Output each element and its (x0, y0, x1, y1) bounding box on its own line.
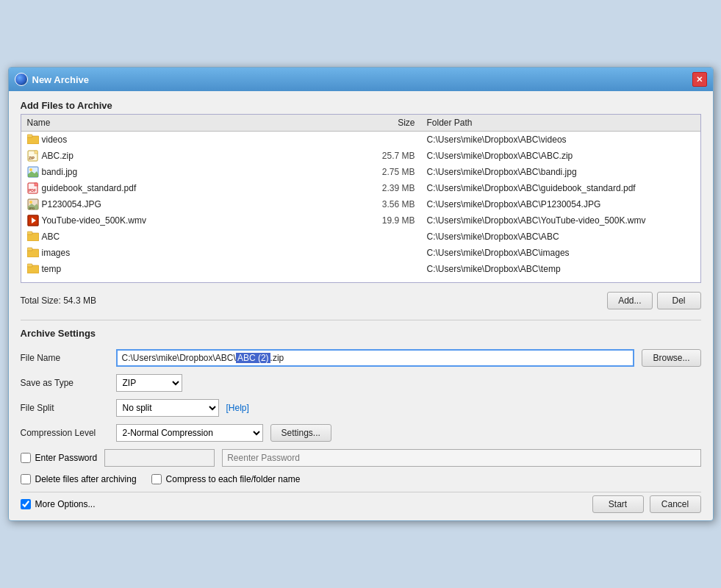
table-row[interactable]: tempC:\Users\mike\Dropbox\ABC\temp (21, 261, 700, 277)
close-button[interactable]: ✕ (692, 72, 707, 87)
table-row[interactable]: videosC:\Users\mike\Dropbox\ABC\videos (21, 132, 700, 148)
file-name-cell: bandi.jpg (21, 164, 362, 180)
file-row-name: YouTube-video_500K.wmv (42, 215, 147, 226)
reenter-password-input[interactable] (222, 449, 700, 467)
svg-text:JPG: JPG (29, 207, 35, 210)
save-as-type-row: Save as Type ZIP 7Z TAR GZ (21, 374, 701, 392)
start-cancel-group: Start Cancel (592, 495, 701, 513)
file-row-size: 2.75 MB (362, 164, 421, 180)
file-row-size (362, 229, 421, 245)
file-row-name: ABC.zip (42, 151, 73, 161)
delete-after-label[interactable]: Delete files after archiving (35, 474, 137, 484)
enter-password-label[interactable]: Enter Password (35, 453, 98, 463)
table-row[interactable]: ZIP ABC.zip25.7 MBC:\Users\mike\Dropbox\… (21, 148, 700, 164)
table-header-row: Name Size Folder Path (21, 115, 700, 132)
add-button[interactable]: Add... (607, 292, 652, 309)
file-row-size: 25.7 MB (362, 148, 421, 164)
file-row-path: C:\Users\mike\Dropbox\ABC\images (421, 245, 700, 261)
file-name-display[interactable]: C:\Users\mike\Dropbox\ABC\ABC (2).zip (116, 349, 635, 367)
archive-settings-heading: Archive Settings (21, 328, 701, 339)
save-as-type-select[interactable]: ZIP 7Z TAR GZ (116, 374, 182, 392)
save-as-type-label: Save as Type (21, 378, 109, 388)
file-row-path: C:\Users\mike\Dropbox\ABC\P1230054.JPG (421, 196, 700, 212)
table-row[interactable]: imagesC:\Users\mike\Dropbox\ABC\images (21, 245, 700, 261)
folder-icon (27, 134, 39, 146)
svg-rect-22 (27, 248, 32, 251)
image-icon (27, 166, 39, 178)
compression-select[interactable]: 0-Store 1-Fastest Compression 2-Normal C… (116, 424, 263, 442)
enter-password-checkbox[interactable] (21, 453, 31, 463)
enter-password-checkbox-row: Enter Password (21, 453, 98, 463)
file-name-cell: images (21, 245, 362, 261)
settings-button[interactable]: Settings... (270, 424, 331, 442)
folder-icon (27, 263, 39, 275)
svg-point-7 (29, 168, 32, 171)
more-options-label[interactable]: More Options... (35, 499, 96, 509)
folder-icon (27, 231, 39, 243)
file-row-size: 2.39 MB (362, 180, 421, 196)
add-files-heading: Add Files to Archive (21, 100, 701, 111)
compress-each-label[interactable]: Compress to each file/folder name (166, 474, 301, 484)
file-row-size: 19.9 MB (362, 212, 421, 229)
divider-1 (21, 320, 701, 320)
svg-rect-4 (35, 151, 37, 154)
start-button[interactable]: Start (592, 495, 644, 513)
svg-rect-11 (35, 183, 37, 186)
password-input[interactable] (104, 449, 215, 467)
cancel-button[interactable]: Cancel (650, 495, 701, 513)
file-name-cell: JPG P1230054.JPG (21, 196, 362, 212)
file-name-suffix: .zip (270, 353, 284, 363)
file-row-name: ABC (42, 232, 60, 242)
more-options-checkbox[interactable] (21, 499, 31, 509)
file-row-name: images (42, 248, 71, 258)
file-name-row: File Name C:\Users\mike\Dropbox\ABC\ABC … (21, 349, 701, 367)
compress-each-row: Compress to each file/folder name (151, 474, 301, 484)
file-row-path: C:\Users\mike\Dropbox\ABC\ABC (421, 229, 700, 245)
zip-icon: ZIP (27, 150, 39, 162)
file-name-cell: ZIP ABC.zip (21, 148, 362, 164)
help-link[interactable]: [Help] (226, 403, 249, 413)
folder-icon (27, 247, 39, 259)
file-row-name: bandi.jpg (42, 167, 78, 177)
file-row-name: P1230054.JPG (42, 199, 101, 209)
file-name-prefix: C:\Users\mike\Dropbox\ABC\ (122, 353, 236, 363)
add-files-section: Add Files to Archive Name Size Folder Pa… (21, 100, 701, 283)
col-path: Folder Path (421, 115, 700, 132)
compress-each-checkbox[interactable] (151, 474, 162, 484)
bottom-buttons-row: More Options... Start Cancel (21, 492, 701, 513)
wmv-icon (27, 215, 39, 226)
file-split-label: File Split (21, 403, 109, 413)
table-row[interactable]: bandi.jpg2.75 MBC:\Users\mike\Dropbox\AB… (21, 164, 700, 180)
table-row[interactable]: ABCC:\Users\mike\Dropbox\ABC\ABC (21, 229, 700, 245)
globe-icon (15, 73, 28, 86)
compression-label: Compression Level (21, 428, 109, 438)
file-name-cell: ABC (21, 229, 362, 245)
pdf-icon: PDF (27, 182, 39, 194)
del-button[interactable]: Del (657, 292, 701, 309)
dialog-window: New Archive ✕ Add Files to Archive Name … (8, 67, 714, 521)
file-row-path: C:\Users\mike\Dropbox\ABC\bandi.jpg (421, 164, 700, 180)
file-split-select[interactable]: No split 1.44 MB 100 MB 650 MB 700 MB (116, 399, 219, 417)
table-row[interactable]: PDF guidebook_standard.pdf2.39 MBC:\User… (21, 180, 700, 196)
password-row: Enter Password (21, 449, 701, 467)
file-row-name: guidebook_standard.pdf (42, 183, 137, 193)
add-del-buttons: Add... Del (607, 292, 700, 309)
delete-after-checkbox[interactable] (21, 474, 31, 484)
archive-settings-section: Archive Settings File Name C:\Users\mike… (21, 328, 701, 484)
file-row-name: videos (42, 135, 68, 145)
compression-row: Compression Level 0-Store 1-Fastest Comp… (21, 424, 701, 442)
file-row-name: temp (42, 264, 62, 274)
svg-rect-1 (27, 135, 32, 137)
svg-text:ZIP: ZIP (29, 156, 35, 160)
table-row[interactable]: YouTube-video_500K.wmv19.9 MBC:\Users\mi… (21, 212, 700, 229)
file-name-cell: videos (21, 132, 362, 148)
file-row-size (362, 245, 421, 261)
svg-text:PDF: PDF (29, 188, 36, 193)
file-table-container[interactable]: Name Size Folder Path videosC:\Users\mik… (21, 114, 701, 283)
total-size-row: Total Size: 54.3 MB Add... Del (21, 289, 701, 312)
file-row-path: C:\Users\mike\Dropbox\ABC\videos (421, 132, 700, 148)
title-bar-left: New Archive (15, 73, 90, 86)
browse-button[interactable]: Browse... (642, 349, 700, 367)
table-row[interactable]: JPG P1230054.JPG3.56 MBC:\Users\mike\Dro… (21, 196, 700, 212)
title-bar: New Archive ✕ (9, 68, 713, 91)
